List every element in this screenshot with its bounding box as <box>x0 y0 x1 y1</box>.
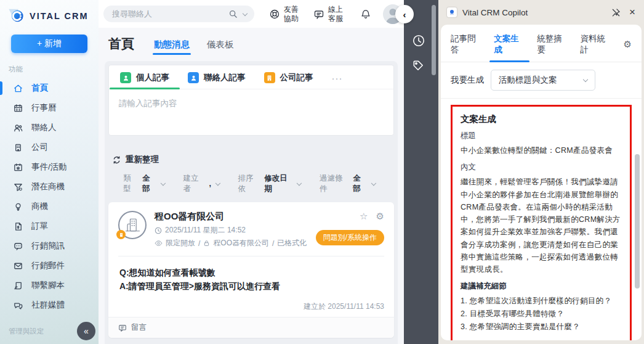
tab-statistics[interactable]: 資料統計 <box>580 33 611 55</box>
chevron-down-icon <box>583 77 588 82</box>
company-avatar <box>118 211 147 239</box>
generate-type-select[interactable]: 活動標題與文案 <box>491 70 595 91</box>
lifebuoy-icon <box>269 9 280 20</box>
card-title[interactable]: 程OO器有限公司 <box>155 211 307 223</box>
sidebar-item-leads[interactable]: 潛在商機 <box>0 177 99 197</box>
sidebar-item-label: 社群媒體 <box>31 300 65 311</box>
generate-label: 我要生成 <box>451 75 484 86</box>
filter-condition[interactable]: 過濾條件 全部 <box>320 173 376 194</box>
home-icon <box>13 83 23 94</box>
sidebar-item-calendar[interactable]: 行事曆 <box>0 98 99 118</box>
copilot-logo-icon <box>447 7 457 17</box>
filter-type[interactable]: 類型 全部 <box>123 173 164 194</box>
tab-copy-generation[interactable]: 文案生成 <box>494 33 525 55</box>
search-icon[interactable] <box>228 9 238 19</box>
tab-contact-note[interactable]: 聯絡人記事 <box>188 72 246 83</box>
sidebar-item-home[interactable]: 首頁 <box>0 78 99 98</box>
note-tab-label: 個人記事 <box>136 72 169 83</box>
result-suggestions-label: 建議補充細節 <box>461 281 622 292</box>
mail-icon <box>13 261 23 271</box>
generate-row: 我要生成 活動標題與文案 <box>441 62 642 99</box>
tab-feed[interactable]: 動態消息 <box>154 39 190 51</box>
copilot-header: Vital CRM Copilot × <box>438 0 644 25</box>
panel-collapse-button[interactable]: ‹ <box>395 5 414 23</box>
note-tab-label: 聯絡人記事 <box>204 72 246 83</box>
more-note-tabs-button[interactable]: ··· <box>332 73 343 83</box>
gear-icon[interactable]: ⚙ <box>624 39 632 50</box>
sms-bubble-icon <box>13 241 23 252</box>
pin-off-icon[interactable] <box>611 7 621 18</box>
tab-summary[interactable]: 統整摘要 <box>537 33 568 55</box>
copilot-title: Vital CRM Copilot <box>462 8 605 17</box>
sidebar-item-label: 聯繫腳本 <box>31 280 65 291</box>
company-icon <box>13 142 23 153</box>
sidebar-item-script[interactable]: 聯繫腳本 <box>0 276 99 295</box>
online-support-button[interactable]: 線上 客服 <box>313 5 343 23</box>
sidebar-item-social[interactable]: 社群媒體 <box>0 295 99 315</box>
sidebar-item-contacts[interactable]: 聯絡人 <box>0 118 99 137</box>
sidebar-item-events[interactable]: 事件/活動 <box>0 157 99 177</box>
notification-bell-icon[interactable] <box>360 9 371 20</box>
sidebar-footer-label: 管理與設定 <box>9 327 44 336</box>
tab-company-note[interactable]: 公司記事 <box>264 72 313 83</box>
tab-personal-note[interactable]: 個人記事 <box>120 72 169 83</box>
new-button[interactable]: + 新增 <box>11 35 87 53</box>
sidebar-item-label: 行事曆 <box>31 102 57 113</box>
tag-icon[interactable] <box>412 59 424 72</box>
card-body-line: A:請管理員至管理>服務資訊可以進行查看 <box>119 280 383 293</box>
sidebar-collapse-button[interactable]: « <box>77 322 95 340</box>
scrollbar[interactable] <box>635 154 640 289</box>
scrollbar[interactable] <box>432 5 436 75</box>
result-title-text: 中小企業數位轉型的關鍵：CRM產品發表會 <box>461 144 622 157</box>
generated-result-box: 文案生成 標題 中小企業數位轉型的關鍵：CRM產品發表會 內文 繼往開來，輕鬆管… <box>451 105 632 340</box>
chevron-down-icon[interactable] <box>243 10 248 15</box>
star-icon[interactable]: ☆ <box>360 211 368 222</box>
copilot-tabs: 記事問答 文案生成 統整摘要 資料統計 ⚙ <box>441 25 642 62</box>
funnel-icon <box>13 182 23 192</box>
result-body-text: 繼往開來，輕鬆管理客戶關係！我們誠摯邀請中小企業的夥伴參加在台北南港展覽館舉辦的… <box>461 176 622 276</box>
generate-selected-option: 活動標題與文案 <box>499 75 557 86</box>
note-content-input[interactable] <box>109 89 393 135</box>
page-tabs: 動態消息 儀表板 <box>154 39 234 52</box>
close-icon[interactable]: × <box>629 6 635 18</box>
search-input[interactable] <box>112 9 228 18</box>
card-body-line: Q:想知道如何查看帳號數 <box>119 266 383 280</box>
feed-card: 程OO器有限公司 2025/11/11 星期二 14:52 限定開放 / 程OO… <box>108 202 394 338</box>
sidebar-item-label: 商機 <box>31 201 48 212</box>
result-body-label: 內文 <box>461 162 622 173</box>
category-badge[interactable]: 問題別/系統操作 <box>316 230 384 245</box>
sidebar-item-orders[interactable]: 訂單 <box>0 216 99 236</box>
comment-label: 留言 <box>131 322 147 333</box>
sidebar-item-label: 行銷郵件 <box>31 260 65 271</box>
refresh-button[interactable]: 重新整理 <box>112 154 394 165</box>
lightbulb-icon <box>13 202 23 212</box>
contacts-icon <box>13 123 23 133</box>
filter-sort[interactable]: 排序依 修改日期 <box>238 173 301 194</box>
company-badge-icon <box>116 230 126 239</box>
result-suggestion: 1. 您希望這次活動達到什麼樣的行銷目的？ <box>461 295 622 308</box>
friendly-help-label: 友善 協助 <box>284 5 299 23</box>
chevron-down-icon <box>215 181 220 186</box>
topbar: 友善 協助 線上 客服 <box>99 0 404 28</box>
history-clock-icon[interactable] <box>412 34 425 47</box>
sidebar-section-label: 功能 <box>9 65 99 74</box>
copilot-card: 記事問答 文案生成 統整摘要 資料統計 ⚙ 我要生成 活動標題與文案 文案生成 … <box>441 25 642 340</box>
chevron-down-icon <box>161 181 166 186</box>
social-chat-icon <box>13 300 23 311</box>
comment-button[interactable]: 留言 <box>108 317 394 338</box>
sidebar-item-email[interactable]: 行銷郵件 <box>0 256 99 276</box>
sidebar-item-company[interactable]: 公司 <box>0 137 99 157</box>
refresh-icon <box>112 155 121 165</box>
person-icon <box>120 72 131 83</box>
gear-icon[interactable]: ⚙ <box>376 211 384 222</box>
sidebar-item-sms[interactable]: 行銷簡訊 <box>0 236 99 256</box>
tab-note-qa[interactable]: 記事問答 <box>451 33 482 55</box>
sidebar-item-label: 潛在商機 <box>31 181 65 192</box>
tab-dashboard[interactable]: 儀表板 <box>207 39 234 51</box>
friendly-help-button[interactable]: 友善 協助 <box>269 5 299 23</box>
sidebar-item-label: 聯絡人 <box>31 122 57 133</box>
page-title: 首頁 <box>108 35 134 52</box>
sidebar-item-opportunities[interactable]: 商機 <box>0 197 99 216</box>
filter-creator[interactable]: 建立者 , <box>183 173 219 194</box>
search-bar[interactable] <box>103 6 254 22</box>
